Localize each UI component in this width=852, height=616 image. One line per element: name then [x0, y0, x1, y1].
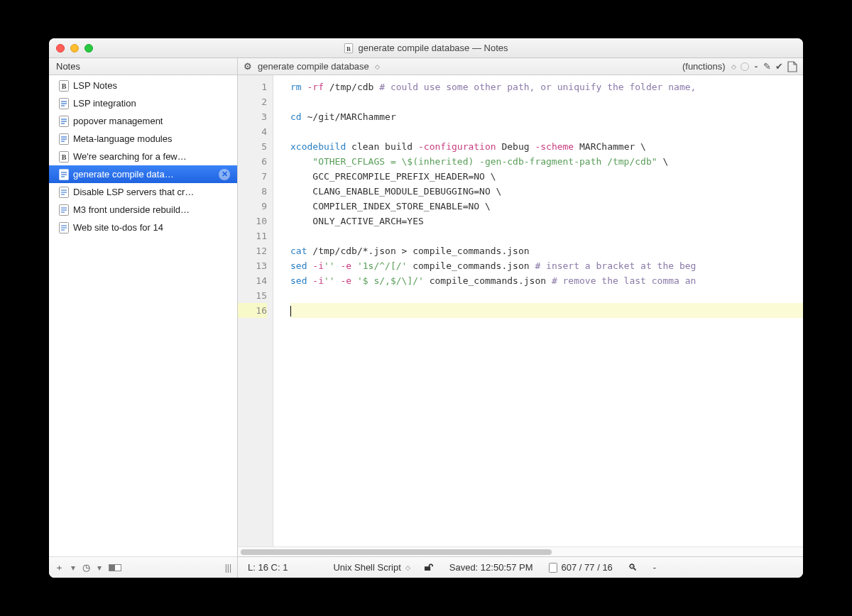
code-line[interactable]	[290, 124, 803, 139]
window-title: generate compile database — Notes	[49, 43, 803, 53]
text-file-icon	[59, 116, 69, 127]
sidebar-item[interactable]: LSP Notes	[49, 77, 237, 94]
lock-icon[interactable]: 🔓︎	[425, 562, 434, 573]
gutter-line[interactable]: 8	[238, 184, 267, 199]
sidebar-footer: ＋ ▾ ◷ ▾ |||	[49, 556, 237, 578]
app-window: generate compile database — Notes Notes …	[49, 38, 803, 578]
text-file-icon	[59, 169, 69, 180]
gutter-line[interactable]: 10	[238, 214, 267, 229]
gutter-line[interactable]: 7	[238, 169, 267, 184]
sidebar-item-label: LSP Notes	[73, 80, 117, 91]
marker-dash: -	[755, 61, 758, 72]
main-panel: ⚙︎ generate compile database ◇ (function…	[238, 58, 803, 578]
code-line[interactable]: "OTHER_CFLAGS = \$(inherited) -gen-cdb-f…	[290, 154, 803, 169]
nav-bar: ⚙︎ generate compile database ◇ (function…	[238, 58, 803, 75]
sidebar-item-label: We're searching for a few…	[73, 151, 187, 162]
gutter-line[interactable]: 13	[238, 258, 267, 273]
add-icon[interactable]: ＋	[55, 561, 64, 574]
recent-dropdown-icon[interactable]: ▾	[97, 563, 102, 573]
language-popup[interactable]: Unix Shell Script ◇	[333, 562, 408, 573]
functions-stepper-icon[interactable]: ◇	[731, 63, 735, 70]
gutter-line[interactable]: 11	[238, 229, 267, 243]
sidebar-item[interactable]: Meta-language modules	[49, 130, 237, 148]
gutter-line[interactable]: 6	[238, 154, 267, 169]
nav-doc-name[interactable]: generate compile database	[258, 61, 369, 72]
sidebar-list: LSP NotesLSP integrationpopover manageme…	[49, 75, 237, 556]
sidebar-item-label: Meta-language modules	[73, 133, 172, 144]
code-line[interactable]: COMPILER_INDEX_STORE_ENABLE=NO \	[290, 199, 803, 214]
code-area[interactable]: rm -rf /tmp/cdb # could use some other p…	[273, 75, 803, 546]
code-line[interactable]: cat /tmp/cdb/*.json > compile_commands.j…	[290, 243, 803, 258]
code-line[interactable]: xcodebuild clean build -configuration De…	[290, 139, 803, 154]
line-gutter[interactable]: 12345678910111213141516	[238, 75, 273, 546]
marker-dot-icon[interactable]	[741, 62, 749, 71]
sidebar-item[interactable]: M3 front underside rebuild…	[49, 201, 237, 219]
code-line[interactable]: GCC_PRECOMPILE_PREFIX_HEADER=NO \	[290, 169, 803, 184]
traffic-lights	[56, 44, 93, 53]
nav-stepper-icon[interactable]: ◇	[375, 63, 378, 70]
document-stats[interactable]: 607 / 77 / 16	[549, 562, 613, 573]
gear-icon[interactable]: ⚙︎	[244, 61, 252, 72]
gutter-line[interactable]: 2	[238, 94, 267, 109]
gutter-line[interactable]: 14	[238, 273, 267, 288]
text-cursor	[290, 306, 291, 317]
gutter-line[interactable]: 12	[238, 243, 267, 258]
sidebar-item[interactable]: generate compile data…✕	[49, 165, 237, 183]
text-file-icon	[59, 222, 69, 233]
code-line[interactable]: rm -rf /tmp/cdb # could use some other p…	[290, 79, 803, 94]
horizontal-scrollbar[interactable]	[238, 546, 803, 556]
sidebar: Notes LSP NotesLSP integrationpopover ma…	[49, 58, 238, 578]
editor[interactable]: 12345678910111213141516 rm -rf /tmp/cdb …	[238, 75, 803, 546]
sidebar-item[interactable]: popover management	[49, 112, 237, 130]
sidebar-item-label: LSP integration	[73, 98, 136, 109]
functions-popup[interactable]: (functions)	[682, 61, 726, 72]
code-line[interactable]: sed -i'' -e '1s/^/[/' compile_commands.j…	[290, 258, 803, 273]
code-line[interactable]	[290, 288, 803, 303]
gutter-line[interactable]: 15	[238, 288, 267, 303]
check-icon[interactable]: ✔	[775, 61, 783, 72]
rich-text-file-icon	[59, 151, 69, 163]
code-line[interactable]	[290, 229, 803, 243]
text-file-icon	[59, 187, 69, 198]
gutter-line[interactable]: 1	[238, 79, 267, 94]
sidebar-item-label: M3 front underside rebuild…	[73, 204, 190, 215]
view-toggle-icon[interactable]	[109, 564, 121, 571]
code-line[interactable]: ONLY_ACTIVE_ARCH=YES	[290, 214, 803, 229]
gutter-line[interactable]: 3	[238, 109, 267, 124]
gutter-line[interactable]: 16	[238, 303, 267, 318]
close-document-icon[interactable]: ✕	[219, 169, 230, 180]
recent-icon[interactable]: ◷	[82, 562, 90, 573]
cursor-position[interactable]: L: 16 C: 1	[248, 562, 288, 573]
gutter-line[interactable]: 4	[238, 124, 267, 139]
close-window-button[interactable]	[56, 44, 65, 53]
scrollbar-thumb[interactable]	[241, 549, 552, 555]
titlebar[interactable]: generate compile database — Notes	[49, 38, 803, 58]
code-line[interactable]	[290, 94, 803, 109]
sidebar-item-label: generate compile data…	[73, 169, 174, 180]
code-line[interactable]: cd ~/git/MARChammer	[290, 109, 803, 124]
gutter-line[interactable]: 5	[238, 139, 267, 154]
text-file-icon	[59, 204, 69, 216]
add-dropdown-icon[interactable]: ▾	[71, 563, 75, 573]
sidebar-item-label: Disable LSP servers that cr…	[73, 187, 194, 197]
sidebar-item-label: Web site to-dos for 14	[73, 222, 163, 233]
pencil-icon[interactable]: ✎	[763, 61, 771, 72]
sidebar-item[interactable]: LSP integration	[49, 94, 237, 112]
code-line[interactable]: CLANG_ENABLE_MODULE_DEBUGGING=NO \	[290, 184, 803, 199]
minimize-window-button[interactable]	[70, 44, 79, 53]
sidebar-item-label: popover management	[73, 116, 163, 126]
code-line[interactable]: sed -i'' -e '$ s/,$/\]/' compile_command…	[290, 273, 803, 288]
sidebar-item[interactable]: Web site to-dos for 14	[49, 219, 237, 236]
code-line[interactable]	[290, 303, 803, 318]
search-icon[interactable]: 🔍︎	[628, 562, 638, 573]
new-document-icon[interactable]	[787, 61, 797, 72]
sidebar-item[interactable]: We're searching for a few…	[49, 148, 237, 165]
zoom-window-button[interactable]	[84, 44, 93, 53]
gutter-line[interactable]: 9	[238, 199, 267, 214]
text-file-icon	[59, 98, 69, 109]
zoom-indicator[interactable]: -	[653, 562, 656, 573]
columns-icon[interactable]: |||	[225, 563, 231, 573]
rich-text-file-icon	[59, 80, 69, 92]
sidebar-item[interactable]: Disable LSP servers that cr…	[49, 183, 237, 201]
sidebar-header[interactable]: Notes	[49, 58, 237, 75]
